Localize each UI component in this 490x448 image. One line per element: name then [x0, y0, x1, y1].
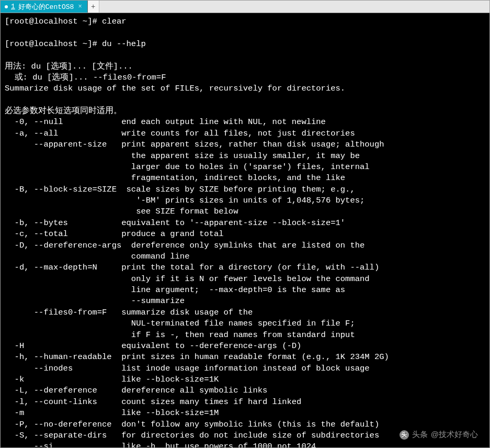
shell-prompt: [root@localhost ~]#	[5, 17, 97, 26]
new-tab-button[interactable]: +	[88, 1, 99, 13]
command-clear: clear	[102, 17, 127, 26]
option-line: --summarize	[5, 296, 185, 306]
terminal-output[interactable]: [root@localhost ~]# clear [root@localhos…	[1, 13, 489, 447]
option-line: if F is -, then read names from standard…	[5, 330, 355, 340]
option-line: larger due to holes in ('sparse') files,…	[5, 162, 370, 172]
option-line: -l, --count-links count sizes many times…	[5, 397, 301, 407]
option-line: line argument; --max-depth=0 is the same…	[5, 285, 345, 295]
mandatory-note: 必选参数对长短选项同时适用。	[5, 106, 122, 116]
watermark-prefix: 头条	[412, 429, 428, 440]
option-line: --apparent-size print apparent sizes, ra…	[5, 140, 384, 149]
option-line: see SIZE format below	[5, 207, 238, 216]
option-line: --files0-from=F summarize disk usage of …	[5, 308, 253, 317]
summary-line: Summarize disk usage of the set of FILEs…	[5, 84, 345, 93]
option-line: --si like -h, but use powers of 1000 not…	[5, 442, 316, 447]
option-line: -S, --separate-dirs for directories do n…	[5, 431, 379, 440]
tab-title: 好奇心的CentOS8	[18, 2, 74, 12]
option-line: -m like --block-size=1M	[5, 408, 219, 418]
option-line: -0, --null end each output line with NUL…	[5, 117, 326, 127]
option-line: -D, --dereference-args dereference only …	[5, 241, 364, 250]
command-du-help: du --help	[102, 39, 146, 49]
option-line: --inodes list inode usage information in…	[5, 364, 370, 373]
close-icon[interactable]: ×	[77, 3, 83, 10]
option-line: command line	[5, 252, 189, 261]
option-line: only if it is N or fewer levels below th…	[5, 274, 370, 284]
terminal-window: 1 好奇心的CentOS8 × + [root@localhost ~]# cl…	[0, 0, 490, 448]
option-line: -b, --bytes equivalent to '--apparent-si…	[5, 218, 345, 228]
option-line: -a, --all write counts for all files, no…	[5, 129, 355, 138]
watermark-icon: 头	[400, 430, 409, 440]
option-line: -c, --total produce a grand total	[5, 229, 224, 239]
tab-number: 1	[11, 3, 15, 10]
watermark: 头 头条 @技术好奇心	[400, 429, 478, 440]
tab-active[interactable]: 1 好奇心的CentOS8 ×	[1, 1, 88, 13]
usage-line: 用法: du [选项]... [文件]...	[5, 62, 133, 71]
tab-bar: 1 好奇心的CentOS8 × +	[1, 1, 489, 13]
option-line: -P, --no-dereference don't follow any sy…	[5, 420, 379, 429]
watermark-handle: @技术好奇心	[431, 429, 478, 440]
option-line: fragmentation, indirect blocks, and the …	[5, 173, 345, 183]
usage-line: 或: du [选项]... --files0-from=F	[5, 73, 166, 82]
option-line: -L, --dereference dereference all symbol…	[5, 386, 267, 395]
option-line: -k like --block-size=1K	[5, 375, 219, 384]
option-line: '-BM' prints sizes in units of 1,048,576…	[5, 196, 364, 205]
option-line: -H equivalent to --dereference-args (-D)	[5, 341, 301, 351]
option-line: -B, --block-size=SIZE scale sizes by SIZ…	[5, 185, 355, 194]
option-line: -d, --max-depth=N print the total for a …	[5, 263, 379, 272]
shell-prompt: [root@localhost ~]#	[5, 39, 97, 49]
option-line: NUL-terminated file names specified in f…	[5, 319, 355, 328]
dot-icon	[5, 5, 8, 8]
option-line: -h, --human-readable print sizes in huma…	[5, 352, 389, 362]
option-line: the apparent size is usually smaller, it…	[5, 151, 360, 161]
